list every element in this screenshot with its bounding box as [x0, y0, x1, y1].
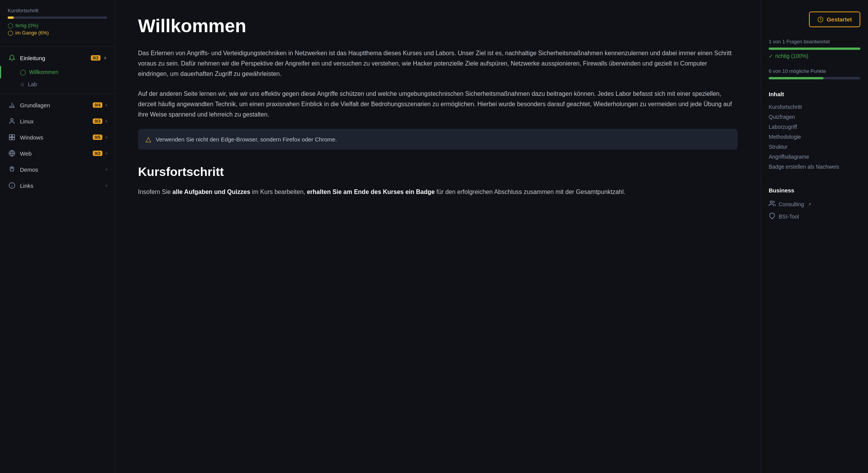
demos-label: Demos — [20, 166, 38, 173]
sidebar-sub-item-willkommen[interactable]: ◯ Willkommen — [0, 66, 115, 78]
quiz-stats: 1 von 1 Fragen beantwortet ✓ richtig (10… — [769, 39, 860, 59]
inhalt-item-kursfortschritt[interactable]: Kursfortschritt — [769, 102, 860, 112]
svg-point-4 — [11, 118, 13, 121]
inhalt-title: Inhalt — [769, 91, 860, 97]
inhalt-item-laborzugriff[interactable]: Laborzugriff — [769, 122, 860, 132]
inhalt-item-angriffsdiagrame[interactable]: Angriffsdiagrame — [769, 152, 860, 162]
svg-rect-5 — [9, 135, 12, 137]
grundlagen-badge: 0/4 — [93, 102, 102, 108]
section-kursfortschritt-title: Kursfortschritt — [138, 165, 738, 179]
consulting-label: Consulting — [779, 201, 804, 207]
check-icon: ✓ — [769, 53, 773, 59]
chart-bar-icon — [8, 101, 16, 109]
web-badge: 0/2 — [93, 151, 102, 156]
sidebar-divider-2 — [0, 94, 115, 94]
clock-icon: ◯ — [8, 30, 13, 36]
paragraph3-mid: im Kurs bearbeiten, — [250, 189, 307, 195]
inhalt-item-methodologie[interactable]: Methodologie — [769, 132, 860, 142]
hand-icon — [8, 165, 16, 174]
business-title: Business — [769, 187, 860, 194]
info-icon — [8, 181, 16, 190]
lab-label: Lab — [28, 81, 37, 87]
sidebar-item-web[interactable]: Web 0/2 › — [0, 145, 115, 161]
chevron-down-icon: ∧ — [104, 55, 107, 61]
external-link-icon: ↗ — [808, 202, 811, 207]
gestartet-label: Gestartet — [827, 16, 852, 23]
inhalt-section: Inhalt Kursfortschritt Quizfragen Laborz… — [769, 91, 860, 172]
web-label: Web — [20, 150, 32, 157]
progress-bar-track — [8, 16, 107, 19]
inhalt-item-struktur[interactable]: Struktur — [769, 142, 860, 152]
sidebar-item-linux[interactable]: Linux 0/3 › — [0, 113, 115, 129]
chevron-right-grundlagen: › — [105, 102, 107, 108]
bsi-icon — [769, 212, 776, 221]
inhalt-item-badge[interactable]: Badge erstellen als Nachweis — [769, 162, 860, 172]
status-fertig: ◯ fertig (0%) — [8, 23, 107, 28]
inhalt-item-quizfragen[interactable]: Quizfragen — [769, 112, 860, 122]
svg-rect-7 — [9, 138, 12, 140]
paragraph3-bold2: erhalten Sie am Ende des Kurses ein Badg… — [307, 189, 434, 195]
business-item-bsi[interactable]: BSI-Tool — [769, 210, 860, 223]
sidebar-item-grundlagen[interactable]: Grundlagen 0/4 › — [0, 97, 115, 113]
page-title: Willkommen — [138, 15, 738, 36]
content-paragraph-2: Auf der anderen Seite lernen wir, wie wi… — [138, 89, 738, 120]
progress-status: ◯ fertig (0%) ◯ im Gange (6%) — [8, 23, 107, 36]
points-stats: 6 von 10 mögliche Punkte — [769, 68, 860, 79]
svg-rect-6 — [12, 135, 15, 137]
chevron-right-linux: › — [105, 118, 107, 124]
sidebar-item-windows[interactable]: Windows 0/5 › — [0, 129, 115, 145]
chevron-right-web: › — [105, 151, 107, 156]
points-progress-track — [769, 77, 860, 79]
sidebar-divider — [0, 46, 115, 47]
quiz-correct: ✓ richtig (100%) — [769, 53, 860, 59]
star-icon: ☆ — [20, 81, 25, 87]
check-circle-icon: ◯ — [8, 23, 13, 28]
main-content: Willkommen Das Erlernen von Angriffs- un… — [115, 0, 761, 473]
person-icon — [8, 117, 16, 125]
bsi-label: BSI-Tool — [779, 214, 799, 220]
chevron-right-windows: › — [105, 135, 107, 140]
circle-check-icon: ◯ — [20, 69, 26, 75]
warning-box: △ Verwenden Sie nicht den Edge-Browser, … — [138, 129, 738, 149]
right-panel: Gestartet 1 von 1 Fragen beantwortet ✓ r… — [761, 0, 868, 473]
sidebar-item-demos[interactable]: Demos › — [0, 161, 115, 177]
warning-icon: △ — [146, 135, 151, 143]
chevron-right-links: › — [105, 183, 107, 188]
kursfortschritt-paragraph: Insofern Sie alle Aufgaben und Quizzes i… — [138, 187, 738, 197]
windows-icon — [8, 133, 16, 141]
willkommen-label: Willkommen — [29, 69, 58, 75]
chevron-right-demos: › — [105, 167, 107, 172]
quiz-correct-label: richtig (100%) — [775, 53, 808, 59]
quiz-label: 1 von 1 Fragen beantwortet — [769, 39, 860, 44]
gestartet-button[interactable]: Gestartet — [809, 11, 860, 27]
sidebar-sub-item-lab[interactable]: ☆ Lab — [0, 78, 115, 90]
windows-badge: 0/5 — [93, 135, 102, 140]
clock-icon — [817, 16, 824, 23]
business-section: Business Consulting ↗ BSI-Tool — [769, 187, 860, 223]
consulting-icon — [769, 200, 776, 209]
sidebar-progress-section: Kursfortschritt ◯ fertig (0%) ◯ im Gange… — [0, 8, 115, 43]
sidebar-item-links[interactable]: Links › — [0, 177, 115, 194]
quiz-progress-fill — [769, 48, 860, 50]
sidebar-item-einleitung[interactable]: Einleitung 0/2 ∧ — [0, 50, 115, 66]
quiz-progress-track — [769, 48, 860, 50]
progress-label: Kursfortschritt — [8, 8, 107, 13]
status-imgang: ◯ im Gange (6%) — [8, 30, 107, 36]
grundlagen-label: Grundlagen — [20, 102, 50, 108]
bell-icon — [8, 54, 16, 62]
points-label: 6 von 10 mögliche Punkte — [769, 68, 860, 74]
links-label: Links — [20, 182, 33, 189]
points-progress-fill — [769, 77, 824, 79]
linux-label: Linux — [20, 118, 34, 125]
business-item-consulting[interactable]: Consulting ↗ — [769, 198, 860, 210]
windows-label: Windows — [20, 134, 43, 141]
warning-text: Verwenden Sie nicht den Edge-Browser, so… — [156, 136, 337, 143]
paragraph3-pre: Insofern Sie — [138, 189, 173, 195]
progress-bar-fill — [8, 16, 14, 19]
einleitung-label: Einleitung — [20, 55, 45, 61]
svg-rect-8 — [12, 138, 15, 140]
einleitung-badge: 0/2 — [91, 55, 100, 61]
svg-point-15 — [770, 201, 773, 203]
globe-icon — [8, 149, 16, 158]
paragraph3-post: für den erfolgreichen Abschluss zusammen… — [435, 189, 625, 195]
